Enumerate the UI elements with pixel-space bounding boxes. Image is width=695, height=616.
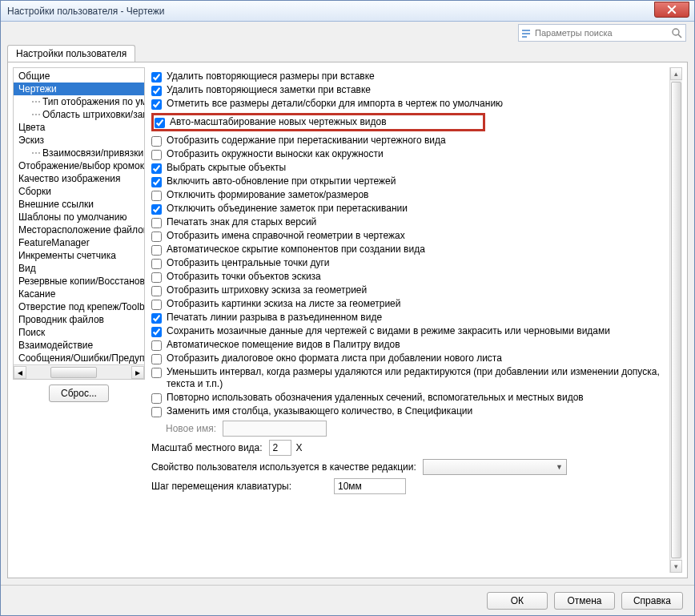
option-checkbox-19[interactable]	[151, 340, 162, 351]
option-label-17[interactable]: Печатать линии разрыва в разъединенном в…	[167, 312, 382, 324]
close-button[interactable]	[654, 2, 689, 18]
option-checkbox-23[interactable]	[151, 407, 162, 417]
option-label-10[interactable]: Печатать знак для старых версий	[167, 216, 316, 228]
sidebar-item-15[interactable]: Вид	[14, 262, 144, 275]
option-label-1[interactable]: Удалить повторяющиеся заметки при вставк…	[167, 84, 371, 96]
option-checkbox-10[interactable]	[151, 218, 162, 228]
option-checkbox-2[interactable]	[151, 99, 162, 110]
option-checkbox-21[interactable]	[151, 368, 162, 378]
search-input[interactable]	[535, 28, 668, 38]
sidebar-item-19[interactable]: Проводник файлов	[14, 313, 144, 326]
option-label-7[interactable]: Включить авто-обновление при открытии че…	[167, 175, 396, 187]
cancel-button[interactable]: Отмена	[554, 592, 615, 610]
option-label-18[interactable]: Сохранить мозаичные данные для чертежей …	[167, 325, 610, 337]
option-label-3[interactable]: Авто-масштабирование новых чертежных вид…	[170, 116, 387, 128]
option-checkbox-13[interactable]	[151, 259, 162, 269]
option-label-22[interactable]: Повторно использовать обозначения удален…	[167, 392, 584, 404]
option-label-6[interactable]: Выбрать скрытые объекты	[167, 162, 286, 174]
scale-label: Масштаб местного вида:	[151, 442, 263, 453]
option-label-15[interactable]: Отобразить штриховку эскиза за геометрие…	[167, 284, 367, 296]
option-label-12[interactable]: Автоматическое скрытие компонентов при с…	[167, 244, 425, 256]
vscroll-thumb[interactable]	[671, 82, 681, 558]
sidebar-item-9[interactable]: Сборки	[14, 185, 144, 198]
sidebar-item-2[interactable]: Тип отображения по умолчанию	[14, 95, 144, 108]
sidebar-item-12[interactable]: Месторасположение файлов	[14, 223, 144, 236]
scroll-thumb[interactable]	[50, 367, 97, 378]
option-label-8[interactable]: Отключить формирование заметок/размеров	[167, 189, 368, 201]
option-checkbox-9[interactable]	[151, 204, 162, 215]
option-checkbox-14[interactable]	[151, 272, 162, 283]
option-checkbox-4[interactable]	[151, 136, 162, 147]
option-14: Отобразить точки объектов эскиза	[151, 271, 668, 283]
option-label-23[interactable]: Заменить имя столбца, указывающего колич…	[167, 405, 472, 417]
option-checkbox-7[interactable]	[151, 177, 162, 187]
search-box[interactable]	[518, 24, 686, 42]
sidebar-item-11[interactable]: Шаблоны по умолчанию	[14, 211, 144, 223]
sidebar-item-3[interactable]: Область штриховки/заполнения	[14, 108, 144, 121]
option-label-0[interactable]: Удалить повторяющиеся размеры при вставк…	[167, 70, 375, 83]
close-icon	[667, 5, 677, 14]
option-checkbox-6[interactable]	[151, 163, 162, 174]
sidebar-item-8[interactable]: Качество изображения	[14, 172, 144, 185]
option-3: Авто-масштабирование новых чертежных вид…	[151, 113, 485, 131]
option-checkbox-15[interactable]	[151, 286, 162, 296]
option-label-5[interactable]: Отобразить окружности выноски как окружн…	[167, 148, 384, 160]
scroll-track[interactable]	[26, 366, 131, 379]
option-checkbox-0[interactable]	[151, 72, 162, 83]
help-button[interactable]: Справка	[621, 592, 683, 610]
option-checkbox-1[interactable]	[151, 86, 162, 96]
custprop-combo[interactable]: ▼	[423, 459, 567, 475]
sidebar-item-1[interactable]: Чертежи	[14, 83, 144, 95]
footer: ОК Отмена Справка	[1, 585, 694, 615]
sidebar-item-4[interactable]: Цвета	[14, 121, 144, 134]
option-label-4[interactable]: Отобразить содержание при перетаскивании…	[167, 135, 446, 147]
sidebar-hscroll[interactable]: ◂ ▸	[14, 364, 144, 379]
sidebar-item-0[interactable]: Общие	[14, 70, 144, 83]
sidebar-item-10[interactable]: Внешние ссылки	[14, 198, 144, 211]
scroll-up-icon[interactable]: ▴	[670, 67, 682, 80]
option-label-9[interactable]: Отключить объединение заметок при перета…	[167, 203, 408, 215]
option-label-16[interactable]: Отобразить картинки эскиза на листе за г…	[167, 298, 401, 310]
option-9: Отключить объединение заметок при перета…	[151, 203, 668, 215]
option-label-21[interactable]: Уменьшить интервал, когда размеры удаляю…	[167, 366, 668, 390]
option-label-19[interactable]: Автоматическое помещение видов в Палитру…	[167, 339, 400, 351]
sidebar-item-18[interactable]: Отверстие под крепеж/Toolbox	[14, 300, 144, 313]
reset-row: Сброс...	[13, 380, 145, 404]
option-label-11[interactable]: Отобразить имена справочной геометрии в …	[167, 230, 405, 242]
sidebar: ОбщиеЧертежиТип отображения по умолчанию…	[13, 67, 145, 380]
tab-user-settings[interactable]: Настройки пользователя	[7, 45, 135, 62]
sidebar-item-20[interactable]: Поиск	[14, 326, 144, 339]
scroll-right-icon[interactable]: ▸	[131, 366, 144, 379]
option-label-13[interactable]: Отобразить центральные точки дуги	[167, 257, 330, 269]
sidebar-item-7[interactable]: Отображение/выбор кромок	[14, 159, 144, 172]
sidebar-item-17[interactable]: Касание	[14, 288, 144, 300]
scroll-left-icon[interactable]: ◂	[14, 366, 26, 379]
sidebar-item-22[interactable]: Сообщения/Ошибки/Предупреждения	[14, 352, 144, 364]
scroll-down-icon[interactable]: ▾	[670, 560, 682, 573]
option-checkbox-16[interactable]	[151, 300, 162, 310]
option-label-2[interactable]: Отметить все размеры детали/сборки для и…	[167, 98, 503, 110]
ok-button[interactable]: ОК	[487, 592, 548, 610]
option-label-20[interactable]: Отобразить диалоговое окно формата листа…	[167, 352, 502, 364]
sidebar-item-14[interactable]: Инкременты счетчика	[14, 249, 144, 262]
reset-button[interactable]: Сброс...	[49, 384, 109, 402]
sidebar-item-5[interactable]: Эскиз	[14, 134, 144, 147]
sidebar-item-13[interactable]: FeatureManager	[14, 236, 144, 249]
option-checkbox-3[interactable]	[155, 118, 165, 128]
step-input[interactable]	[334, 478, 406, 494]
content-vscroll[interactable]: ▴ ▾	[669, 67, 682, 573]
option-checkbox-12[interactable]	[151, 245, 162, 256]
option-checkbox-22[interactable]	[151, 393, 162, 404]
search-icon[interactable]	[668, 27, 685, 38]
sidebar-item-6[interactable]: Взаимосвязи/привязки	[14, 147, 144, 159]
option-checkbox-8[interactable]	[151, 191, 162, 201]
scale-input[interactable]	[269, 440, 291, 456]
option-checkbox-17[interactable]	[151, 313, 162, 324]
option-checkbox-20[interactable]	[151, 354, 162, 364]
option-checkbox-18[interactable]	[151, 327, 162, 337]
sidebar-item-16[interactable]: Резервные копии/Восстановление	[14, 275, 144, 288]
option-checkbox-5[interactable]	[151, 150, 162, 160]
option-label-14[interactable]: Отобразить точки объектов эскиза	[167, 271, 321, 283]
option-checkbox-11[interactable]	[151, 232, 162, 242]
sidebar-item-21[interactable]: Взаимодействие	[14, 339, 144, 352]
